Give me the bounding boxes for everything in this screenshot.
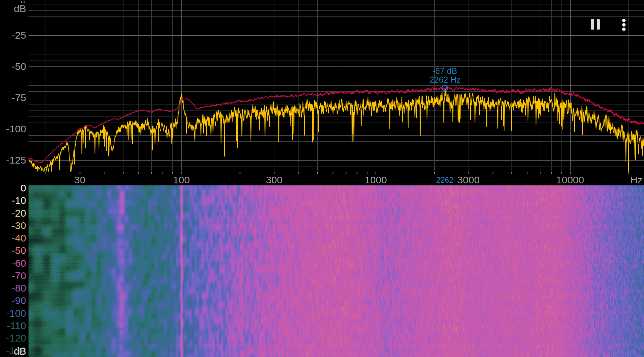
db-unit-dots [21, 1, 25, 3]
kebab-menu-icon [622, 28, 626, 31]
legend-tick-label: -80 [12, 283, 26, 293]
db-axis-unit-label: dB [14, 4, 26, 14]
legend-tick-label: -90 [12, 296, 26, 306]
legend-tick-label: -110 [7, 321, 26, 331]
spectrum-analyzer-app: dB -25-50-75-100-125 3010030010003000100… [0, 0, 644, 357]
pause-icon [591, 19, 594, 30]
y-tick-label: -25 [12, 30, 26, 40]
legend-tick-label: -20 [12, 208, 26, 218]
legend-tick-label: -50 [12, 246, 26, 256]
spectrogram-canvas[interactable] [29, 185, 644, 357]
legend-tick-label: -100 [6, 308, 26, 318]
x-tick-label: 300 [266, 175, 282, 185]
legend-tick-label: -40 [12, 233, 26, 243]
y-tick-label: -100 [6, 124, 26, 134]
legend-tick-label: 0 [20, 183, 26, 193]
pause-button[interactable] [591, 19, 600, 30]
cursor-frequency-axis-label: 2262 [436, 176, 453, 184]
y-tick-label: -75 [12, 93, 26, 103]
hz-axis-unit-label: Hz [630, 175, 643, 185]
legend-db-unit-label: dB [14, 346, 26, 356]
y-tick-label: -50 [12, 61, 26, 72]
x-tick-label: 1000 [365, 175, 387, 185]
kebab-menu-icon [622, 19, 626, 22]
y-tick-label: -125 [6, 155, 26, 165]
legend-tick-label: -10 [12, 195, 26, 206]
cursor-db-readout: -67 dB [432, 67, 457, 75]
legend-tick-label: -60 [12, 258, 26, 268]
x-tick-label: 100 [173, 175, 190, 185]
x-tick-label: 30 [74, 175, 85, 185]
pause-icon [597, 19, 600, 30]
x-tick-label: 3000 [457, 175, 480, 185]
legend-tick-label: -70 [12, 271, 26, 281]
x-tick-label: 10000 [556, 175, 584, 185]
kebab-menu-icon [622, 23, 626, 27]
legend-tick-label: -30 [12, 221, 26, 231]
overflow-menu-button[interactable] [621, 19, 627, 31]
cursor-marker-ring[interactable] [441, 85, 448, 91]
cursor-frequency-readout: 2262 Hz [429, 76, 461, 84]
legend-tick-label: -120 [6, 333, 26, 343]
spectrum-plot-canvas[interactable] [29, 0, 644, 185]
